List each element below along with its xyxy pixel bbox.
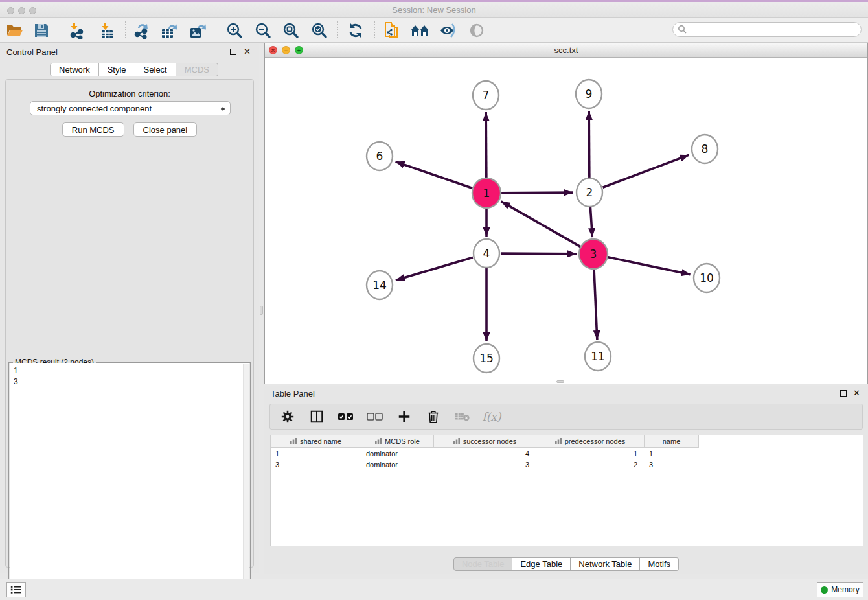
graph-node-15[interactable]: 15	[474, 344, 499, 373]
apply-function-button[interactable]: f(x)	[482, 407, 501, 426]
deselect-all-button[interactable]	[365, 407, 385, 426]
export-image-button[interactable]	[187, 21, 209, 40]
cell-name: 3	[645, 459, 699, 470]
close-panel-icon[interactable]: ✕	[853, 388, 860, 398]
result-scrollbar[interactable]	[243, 364, 249, 600]
attribute-type-icon	[555, 438, 562, 444]
tab-select[interactable]: Select	[135, 63, 176, 76]
graph-node-1[interactable]: 1	[472, 178, 501, 208]
refresh-view-button[interactable]	[345, 21, 367, 40]
table-row[interactable]: 3 dominator 3 2 3	[271, 459, 863, 470]
table-row[interactable]: 1 dominator 4 1 1	[271, 448, 863, 459]
run-mcds-button[interactable]: Run MCDS	[62, 122, 124, 137]
disabled-eye-icon	[469, 23, 485, 38]
memory-button[interactable]: Memory	[817, 582, 863, 597]
tab-motifs[interactable]: Motifs	[640, 557, 679, 571]
tab-network[interactable]: Network	[50, 63, 99, 76]
home-view-button[interactable]	[409, 21, 431, 40]
table-panel: Table Panel ✕	[264, 386, 868, 574]
select-arrows-icon	[220, 103, 226, 115]
optimization-criterion-select[interactable]: strongly connected component	[30, 101, 231, 115]
graph-node-9[interactable]: 9	[576, 80, 602, 108]
search-input[interactable]	[672, 22, 862, 37]
show-column-button[interactable]	[307, 407, 326, 426]
graph-edge-2-3[interactable]	[590, 207, 592, 237]
column-header[interactable]: MCDS role	[361, 435, 434, 448]
table-panel-header: Table Panel ✕	[264, 386, 868, 401]
graph-edge-2-8[interactable]	[603, 155, 689, 187]
zoom-in-button[interactable]	[223, 21, 246, 40]
graph-edge-1-2[interactable]	[501, 192, 573, 193]
graph-node-6[interactable]: 6	[367, 142, 393, 170]
graph-node-11[interactable]: 11	[585, 342, 611, 371]
graph-node-14[interactable]: 14	[367, 271, 393, 299]
memory-status-dot	[821, 586, 828, 594]
task-history-button[interactable]	[6, 582, 26, 597]
tab-style[interactable]: Style	[99, 63, 135, 76]
graph-node-10[interactable]: 10	[694, 264, 720, 292]
open-session-button[interactable]	[3, 21, 25, 40]
import-table-button[interactable]	[96, 21, 118, 40]
graph-node-8[interactable]: 8	[692, 135, 718, 163]
graph-node-2[interactable]: 2	[577, 178, 602, 207]
tab-edge-table[interactable]: Edge Table	[512, 557, 571, 571]
zoom-fit-button[interactable]	[280, 21, 302, 40]
table-header-row: shared name MCDS role successor nodes pr…	[271, 435, 863, 448]
column-header[interactable]: name	[645, 435, 699, 448]
column-header[interactable]: successor nodes	[434, 435, 536, 448]
import-network-button[interactable]	[65, 21, 87, 40]
cell-predecessor-nodes: 1	[536, 448, 645, 459]
close-panel-button[interactable]: Close panel	[133, 122, 198, 137]
trash-icon	[427, 410, 440, 424]
network-graph-canvas[interactable]: 7968124314101511	[265, 58, 867, 384]
zoom-out-button[interactable]	[252, 21, 274, 40]
zoom-selected-button[interactable]	[308, 21, 330, 40]
application-window: Session: New Session	[0, 0, 868, 600]
tab-node-table[interactable]: Node Table	[453, 557, 513, 571]
toolbar-separator	[125, 21, 126, 40]
graph-edge-1-6[interactable]	[396, 161, 474, 188]
export-network-button[interactable]	[130, 21, 152, 40]
vertical-split-handle[interactable]	[260, 306, 263, 315]
graph-edge-3-11[interactable]	[594, 268, 597, 340]
float-panel-icon[interactable]	[840, 390, 847, 397]
delete-column-button[interactable]	[424, 407, 443, 426]
save-icon	[34, 23, 49, 38]
graph-edge-1-7[interactable]	[486, 112, 486, 179]
export-table-button[interactable]	[158, 21, 180, 40]
toolbar-separator	[374, 21, 375, 40]
control-panel-header: Control Panel ✕	[0, 44, 259, 60]
mcds-result-textarea[interactable]: 1 3	[10, 363, 249, 600]
column-header[interactable]: shared name	[271, 435, 361, 448]
column-header[interactable]: predecessor nodes	[536, 435, 645, 448]
toolbar-separator	[337, 21, 338, 40]
graph-edge-3-10[interactable]	[608, 257, 691, 275]
graph-node-7[interactable]: 7	[473, 81, 499, 110]
hide-graphics-details-button[interactable]	[437, 21, 459, 40]
save-session-button[interactable]	[30, 21, 52, 40]
network-window-titlebar[interactable]: ✕ − + scc.txt	[265, 43, 867, 58]
tab-mcds[interactable]: MCDS	[176, 63, 218, 76]
graph-edge-2-9[interactable]	[589, 111, 589, 178]
close-panel-icon[interactable]: ✕	[244, 47, 251, 57]
table-panel-title: Table Panel	[271, 389, 315, 398]
select-all-button[interactable]	[336, 407, 356, 426]
graph-edge-3-1[interactable]	[501, 202, 581, 247]
tab-network-table[interactable]: Network Table	[571, 557, 640, 571]
svg-text:1: 1	[483, 187, 490, 200]
graph-edge-4-14[interactable]	[396, 257, 473, 280]
table-options-button[interactable]	[278, 407, 297, 426]
horizontal-split-handle[interactable]	[556, 380, 564, 383]
bird-eye-view-button[interactable]	[466, 21, 488, 40]
export-network-icon	[133, 22, 150, 39]
add-column-button[interactable]	[394, 407, 414, 426]
graph-node-4[interactable]: 4	[474, 239, 499, 268]
graph-edge-4-3[interactable]	[501, 253, 577, 254]
export-image-icon	[189, 22, 207, 39]
graph-node-3[interactable]: 3	[579, 239, 608, 269]
mcds-tab-content: Optimization criterion: strongly connect…	[5, 79, 254, 568]
float-panel-icon[interactable]	[230, 49, 236, 55]
delete-table-button[interactable]	[453, 407, 472, 426]
clone-network-button[interactable]	[380, 21, 402, 40]
node-table[interactable]: shared name MCDS role successor nodes pr…	[270, 435, 863, 546]
